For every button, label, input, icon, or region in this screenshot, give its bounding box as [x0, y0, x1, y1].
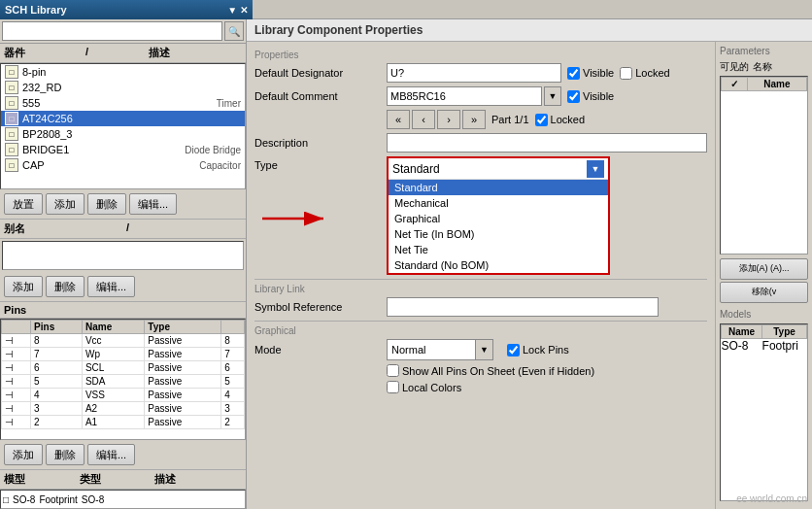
alias-delete-button[interactable]: 删除 [46, 276, 85, 297]
library-link-label: Library Link [254, 284, 707, 294]
table-row[interactable]: SO-8 Footpri [722, 338, 807, 353]
comp-icon: □ [5, 127, 18, 141]
graphical-section: Graphical Mode Normal De Morgan IEEE ▼ [254, 321, 707, 393]
parameters-label: Parameters [720, 46, 808, 56]
comment-label: Default Comment [254, 90, 381, 102]
show-pins-check[interactable]: Show All Pins On Sheet (Even if Hidden) [387, 364, 594, 377]
far-right-panel: Parameters 可见的 名称 ✓ Name [715, 42, 812, 509]
right-panel-spacer [253, 0, 812, 19]
local-colors-check[interactable]: Local Colors [387, 381, 461, 393]
nav-next-button[interactable]: › [437, 110, 460, 129]
graphical-label: Graphical [254, 325, 707, 336]
type-option-net-tie[interactable]: Net Tie [389, 242, 608, 257]
symbol-ref-input[interactable] [387, 297, 659, 317]
designator-visible-check[interactable]: Visible [567, 67, 614, 80]
part-locked-check[interactable]: Locked [535, 114, 585, 126]
search-button[interactable]: 🔍 [224, 21, 244, 41]
add-param-button[interactable]: 添加(A) (A)... [720, 258, 808, 280]
visible-col-label: 可见的 [720, 60, 749, 74]
table-row[interactable]: ⊣5SDAPassive5 [2, 375, 245, 389]
type-option-mechanical[interactable]: Mechanical [389, 195, 608, 211]
name-col-label: 名称 [753, 60, 772, 74]
list-item[interactable]: □ 232_RD [1, 80, 245, 95]
mode-row: Mode Normal De Morgan IEEE ▼ [254, 339, 707, 360]
description-label: Description [254, 137, 381, 149]
part-label: Part 1/1 [491, 114, 529, 125]
comp-icon: □ [5, 143, 18, 156]
component-buttons: 放置 添加 删除 编辑... [0, 189, 246, 219]
description-input[interactable] [387, 133, 707, 153]
table-row[interactable]: ⊣4VSSPassive4 [2, 389, 245, 402]
list-item-selected[interactable]: □ AT24C256 [1, 111, 245, 126]
list-item[interactable]: □ CAP Capacitor [1, 157, 245, 173]
mode-select[interactable]: Normal De Morgan IEEE [387, 339, 493, 360]
description-row: Description [254, 133, 707, 153]
mode-label: Mode [254, 344, 381, 356]
designator-row: Default Designator Visible Locked [254, 63, 707, 83]
type-label: Type [254, 156, 381, 171]
models-label: Models [720, 309, 808, 320]
comp-icon: □ [5, 65, 18, 79]
comment-dropdown-arrow[interactable]: ▼ [544, 86, 561, 106]
type-option-net-tie-bom[interactable]: Net Tie (In BOM) [389, 226, 608, 242]
edit-button[interactable]: 编辑... [129, 193, 177, 215]
pins-delete-button[interactable]: 删除 [46, 444, 85, 465]
lock-pins-check[interactable]: Lock Pins [507, 344, 569, 356]
pins-add-button[interactable]: 添加 [4, 444, 43, 465]
comp-icon: □ [5, 158, 18, 172]
nav-prev-button[interactable]: ‹ [412, 110, 435, 129]
type-row: Type Standard ▼ Standard [254, 156, 707, 275]
move-param-button[interactable]: 移除(v [720, 282, 808, 303]
nav-row: « ‹ › » Part 1/1 Locked [254, 110, 707, 129]
comment-row: Default Comment ▼ Visible [254, 86, 707, 106]
alias-add-button[interactable]: 添加 [4, 276, 43, 297]
nav-first-button[interactable]: « [387, 110, 410, 129]
designator-locked-check[interactable]: Locked [620, 67, 669, 80]
component-list-header: 器件 / 描述 [0, 44, 246, 63]
place-button[interactable]: 放置 [4, 193, 43, 215]
type-dropdown-arrow-btn[interactable]: ▼ [587, 160, 604, 178]
type-option-graphical[interactable]: Graphical [389, 211, 608, 226]
table-row[interactable]: ⊣8VccPassive8 [2, 334, 245, 348]
type-option-standard[interactable]: Standard [389, 180, 608, 195]
local-colors-row: Local Colors [254, 381, 707, 393]
library-link-section: Library Link Symbol Reference [254, 279, 707, 317]
list-item[interactable]: □ BRIDGE1 Diode Bridge [1, 142, 245, 157]
watermark: ee world.com.cn [736, 493, 807, 504]
add-button[interactable]: 添加 [46, 193, 85, 215]
comment-visible-check[interactable]: Visible [567, 90, 614, 103]
properties-title: Library Component Properties [247, 19, 812, 42]
type-dropdown-container: Standard ▼ Standard Mechanical Graphical… [387, 156, 610, 275]
pins-edit-button[interactable]: 编辑... [87, 444, 135, 465]
pins-section: Pins Pins Name Type [0, 301, 246, 469]
search-input[interactable] [2, 21, 222, 41]
comp-icon-selected: □ [5, 112, 18, 125]
comp-icon: □ [5, 96, 18, 110]
list-item[interactable]: □ 8-pin [1, 64, 245, 80]
delete-button[interactable]: 删除 [87, 193, 126, 215]
list-item[interactable]: □ 555 Timer [1, 95, 245, 111]
table-row[interactable]: ⊣6SCLPassive6 [2, 361, 245, 375]
designator-input[interactable] [387, 63, 561, 83]
comp-icon: □ [5, 81, 18, 94]
param-table: ✓ Name [720, 76, 808, 254]
type-option-standard-no-bom[interactable]: Standard (No BOM) [389, 257, 608, 273]
table-row[interactable]: ⊣3A2Passive3 [2, 402, 245, 416]
comment-input[interactable] [387, 86, 542, 106]
symbol-ref-label: Symbol Reference [254, 301, 381, 313]
type-selected-value[interactable]: Standard ▼ [389, 158, 608, 180]
table-row[interactable]: ⊣7WpPassive7 [2, 348, 245, 361]
alias-section: 别名 / 添加 删除 编辑... [0, 219, 246, 301]
list-item[interactable]: □ BP2808_3 [1, 126, 245, 142]
designator-label: Default Designator [254, 67, 381, 79]
models-section: 模型 类型 描述 □ SO-8 Footprint SO-8 [0, 469, 246, 509]
properties-section-label: Properties [254, 50, 707, 60]
left-panel-title-bar: SCH Library ▼ ✕ [0, 0, 253, 19]
models-table: Name Type SO-8 Footpri [720, 323, 808, 502]
nav-last-button[interactable]: » [462, 110, 486, 129]
table-row[interactable]: ⊣2A1Passive2 [2, 416, 245, 429]
show-pins-row: Show All Pins On Sheet (Even if Hidden) [254, 364, 707, 377]
component-list[interactable]: □ 8-pin □ 232_RD □ 555 Timer □ AT24C256 [0, 63, 246, 189]
pins-table[interactable]: Pins Name Type ⊣8VccPassive8 ⊣7Wp [0, 319, 246, 440]
alias-edit-button[interactable]: 编辑... [87, 276, 135, 297]
